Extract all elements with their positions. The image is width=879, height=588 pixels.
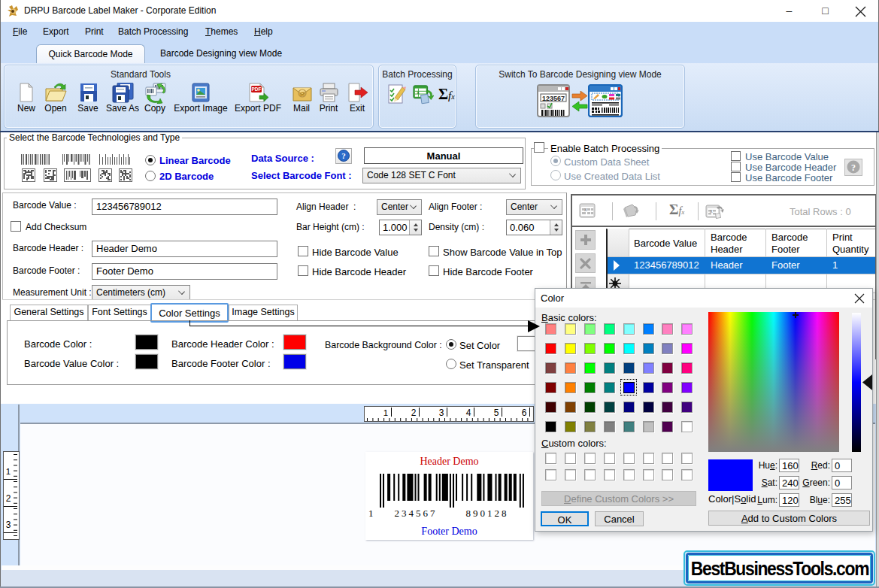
- svg-text:123567: 123567: [542, 95, 565, 102]
- svg-text:5: 5: [494, 408, 499, 418]
- svg-text:?: ?: [341, 151, 346, 160]
- svg-text:2: 2: [6, 493, 11, 504]
- svg-text:4: 4: [466, 408, 471, 418]
- svg-text:PDF: PDF: [252, 86, 262, 92]
- svg-text:1: 1: [6, 467, 11, 476]
- svg-text:3: 3: [6, 520, 11, 530]
- svg-text:x: x: [584, 207, 587, 212]
- svg-text:3: 3: [439, 408, 444, 418]
- svg-text:?: ?: [851, 162, 856, 173]
- svg-text:6: 6: [522, 408, 527, 418]
- svg-text:1: 1: [383, 408, 388, 417]
- svg-text:@: @: [299, 90, 305, 97]
- svg-text:2: 2: [411, 408, 417, 418]
- svg-text:x: x: [710, 208, 713, 214]
